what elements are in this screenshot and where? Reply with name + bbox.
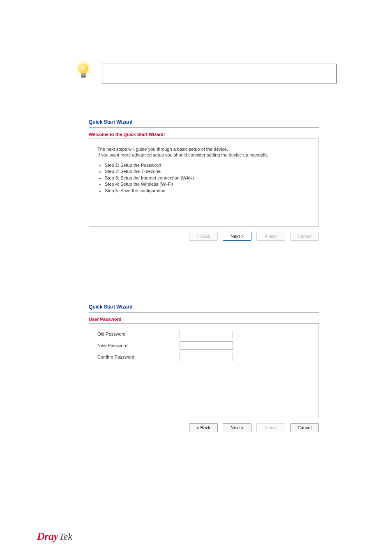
- back-button: < Back: [189, 232, 218, 241]
- lightbulb-icon: [77, 64, 90, 82]
- new-password-label: New Password: [97, 343, 180, 348]
- cancel-button[interactable]: Cancel: [290, 423, 319, 432]
- next-button[interactable]: Next >: [223, 423, 251, 432]
- step-item: Step 3: Setup the Internet connection (W…: [105, 175, 310, 181]
- confirm-password-label: Confirm Password: [97, 355, 180, 359]
- step-item: Step 4: Setup the Wireless (Wi-Fi): [105, 181, 310, 187]
- panel-subtitle: User Password: [89, 317, 319, 324]
- form-row-confirm-password: Confirm Password: [97, 353, 310, 361]
- panel-title: Quick Start Wizard: [89, 304, 319, 313]
- intro-text-1: The next steps will guide you through a …: [97, 147, 310, 152]
- brand-part2: Tek: [59, 531, 72, 542]
- wizard-welcome-panel: Quick Start Wizard Welcome to the Quick …: [89, 119, 319, 241]
- panel-title: Quick Start Wizard: [89, 119, 319, 128]
- hint-box: [102, 64, 337, 83]
- button-row: < Back Next > Finish Cancel: [89, 423, 319, 432]
- step-item: Step 1: Setup the Password: [105, 162, 310, 168]
- panel-subtitle: Welcome to the Quick Start Wizard!: [89, 132, 319, 139]
- steps-list: Step 1: Setup the Password Step 2: Setup…: [97, 162, 310, 194]
- wizard-password-panel: Quick Start Wizard User Password Old Pas…: [89, 304, 319, 432]
- brand-part1: Dray: [37, 530, 58, 543]
- finish-button: Finish: [256, 232, 285, 241]
- confirm-password-input[interactable]: [180, 353, 233, 361]
- back-button[interactable]: < Back: [189, 423, 218, 432]
- form-row-old-password: Old Password: [97, 330, 310, 338]
- cancel-button: Cancel: [290, 232, 319, 241]
- intro-text-2: If you want more advanced setup you shou…: [97, 152, 310, 157]
- brand-logo: Dray Tek: [37, 530, 72, 543]
- step-item: Step 2: Setup the Timezone: [105, 168, 310, 175]
- next-button[interactable]: Next >: [223, 232, 251, 241]
- hint-row: [77, 64, 337, 83]
- new-password-input[interactable]: [180, 341, 233, 350]
- content-box: The next steps will guide you through a …: [89, 139, 319, 227]
- form-row-new-password: New Password: [97, 341, 310, 350]
- button-row: < Back Next > Finish Cancel: [89, 232, 319, 241]
- finish-button: Finish: [256, 423, 285, 432]
- old-password-input[interactable]: [180, 330, 233, 338]
- old-password-label: Old Password: [97, 332, 180, 336]
- step-item: Step 5: Save the configuration: [105, 188, 310, 194]
- content-box: Old Password New Password Confirm Passwo…: [89, 324, 319, 418]
